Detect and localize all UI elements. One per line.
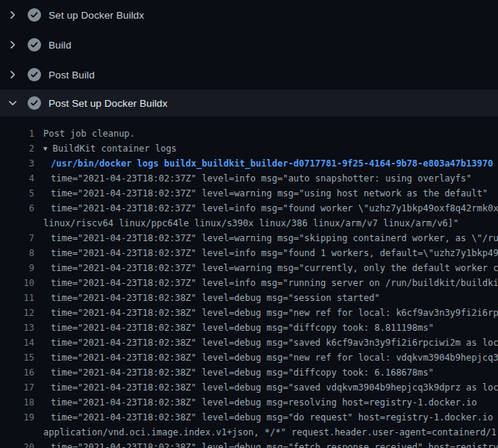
log-line-number[interactable]: 3 <box>0 156 34 171</box>
log-line-text: application/vnd.oci.image.index.v1+json,… <box>43 425 498 440</box>
chevron-right-icon[interactable] <box>7 9 18 21</box>
log-line-text: time="2021-04-23T18:02:38Z" level=debug … <box>43 395 498 410</box>
log-line-number[interactable]: 20 <box>0 440 34 448</box>
log-line-number[interactable]: 12 <box>0 305 34 320</box>
log-group-toggle-icon[interactable]: ▼ <box>43 141 47 156</box>
log-line-text: time="2021-04-23T18:02:37Z" level=info m… <box>43 201 498 216</box>
log-line-number[interactable]: 6 <box>0 201 34 216</box>
log-line: application/vnd.oci.image.index.v1+json,… <box>0 425 498 440</box>
log-line: linux/riscv64 linux/ppc64le linux/s390x … <box>0 216 498 231</box>
log-line: 3/usr/bin/docker logs buildx_buildkit_bu… <box>0 156 498 171</box>
log-command-text: /usr/bin/docker logs buildx_buildkit_bui… <box>43 156 498 171</box>
log-line-text: Post job cleanup. <box>43 126 498 141</box>
log-line-text: time="2021-04-23T18:02:37Z" level=info m… <box>43 276 498 290</box>
status-check-icon <box>28 68 41 81</box>
log-line-number[interactable] <box>0 216 34 231</box>
log-line-text: time="2021-04-23T18:02:38Z" level=debug … <box>43 365 498 380</box>
log-line: 1Post job cleanup. <box>0 126 498 141</box>
log-line-number[interactable]: 11 <box>0 290 34 305</box>
step-row-set-up-docker-buildx[interactable]: Set up Docker Buildx <box>0 0 498 30</box>
log-line-number[interactable]: 8 <box>0 246 34 261</box>
log-line: 15time="2021-04-23T18:02:38Z" level=debu… <box>0 350 498 365</box>
log-line-number[interactable]: 2 <box>0 141 34 156</box>
chevron-right-icon[interactable] <box>7 69 18 81</box>
log-line: 14time="2021-04-23T18:02:38Z" level=debu… <box>0 335 498 350</box>
log-line: 5time="2021-04-23T18:02:37Z" level=warni… <box>0 186 498 201</box>
log-line-text: time="2021-04-23T18:02:38Z" level=debug … <box>43 335 498 350</box>
log-line: 13time="2021-04-23T18:02:38Z" level=debu… <box>0 320 498 335</box>
log-line-text: time="2021-04-23T18:02:38Z" level=debug … <box>43 440 498 448</box>
log-line-number[interactable]: 10 <box>0 276 34 290</box>
status-check-icon <box>28 38 41 52</box>
log-group-label[interactable]: BuildKit container logs <box>52 143 176 154</box>
log-line: 16time="2021-04-23T18:02:38Z" level=debu… <box>0 365 498 380</box>
log-line: 18time="2021-04-23T18:02:38Z" level=debu… <box>0 395 498 410</box>
log-line: 4time="2021-04-23T18:02:37Z" level=info … <box>0 171 498 186</box>
log-line-text: time="2021-04-23T18:02:38Z" level=debug … <box>43 290 498 305</box>
log-line: 7time="2021-04-23T18:02:37Z" level=warni… <box>0 231 498 246</box>
log-panel: 1Post job cleanup.2▼BuildKit container l… <box>0 116 498 448</box>
log-line-number[interactable]: 4 <box>0 171 34 186</box>
log-line-text: time="2021-04-23T18:02:37Z" level=info m… <box>43 171 498 186</box>
log-line-number[interactable]: 14 <box>0 335 34 350</box>
log-line-number[interactable]: 9 <box>0 261 34 276</box>
log-line-number[interactable] <box>0 425 34 440</box>
log-line: 12time="2021-04-23T18:02:38Z" level=debu… <box>0 305 498 320</box>
log-line-text: time="2021-04-23T18:02:38Z" level=debug … <box>43 350 498 365</box>
log-line: 9time="2021-04-23T18:02:37Z" level=warni… <box>0 261 498 276</box>
step-label: Post Set up Docker Buildx <box>49 98 167 109</box>
step-row-build[interactable]: Build <box>0 30 498 60</box>
log-line-text: time="2021-04-23T18:02:38Z" level=debug … <box>43 380 498 395</box>
step-label: Post Build <box>49 69 95 81</box>
step-label: Build <box>49 40 72 51</box>
log-line-number[interactable]: 17 <box>0 380 34 395</box>
chevron-right-icon[interactable] <box>7 39 18 51</box>
log-line-text: time="2021-04-23T18:02:38Z" level=debug … <box>43 320 498 335</box>
log-line-number[interactable]: 5 <box>0 186 34 201</box>
log-line-number[interactable]: 1 <box>0 126 34 141</box>
step-row-post-set-up-docker-buildx[interactable]: Post Set up Docker Buildx <box>0 90 498 116</box>
log-line: 11time="2021-04-23T18:02:38Z" level=debu… <box>0 290 498 305</box>
step-label: Set up Docker Buildx <box>49 10 144 21</box>
log-line-number[interactable]: 18 <box>0 395 34 410</box>
log-line-text: time="2021-04-23T18:02:37Z" level=warnin… <box>43 186 498 201</box>
status-check-icon <box>28 8 41 22</box>
log-line-number[interactable]: 16 <box>0 365 34 380</box>
status-check-icon <box>28 96 41 110</box>
step-row-post-build[interactable]: Post Build <box>0 60 498 90</box>
log-line-text: time="2021-04-23T18:02:37Z" level=warnin… <box>43 231 498 246</box>
log-line: 17time="2021-04-23T18:02:38Z" level=debu… <box>0 380 498 395</box>
log-line-number[interactable]: 7 <box>0 231 34 246</box>
log-line: 20time="2021-04-23T18:02:38Z" level=debu… <box>0 440 498 448</box>
log-line-number[interactable]: 19 <box>0 410 34 425</box>
steps-list: Set up Docker BuildxBuildPost BuildPost … <box>0 0 498 116</box>
log-line: 2▼BuildKit container logs <box>0 141 498 156</box>
log-line-text: time="2021-04-23T18:02:37Z" level=warnin… <box>43 261 498 276</box>
log-line: 8time="2021-04-23T18:02:37Z" level=info … <box>0 246 498 261</box>
log-line-number[interactable]: 13 <box>0 320 34 335</box>
log-line-text: time="2021-04-23T18:02:37Z" level=info m… <box>43 246 498 261</box>
log-line: 10time="2021-04-23T18:02:37Z" level=info… <box>0 276 498 290</box>
actions-log-viewer: Set up Docker BuildxBuildPost BuildPost … <box>0 0 498 448</box>
log-line-text: time="2021-04-23T18:02:38Z" level=debug … <box>43 305 498 320</box>
log-line-text: linux/riscv64 linux/ppc64le linux/s390x … <box>43 216 498 231</box>
log-group-header[interactable]: ▼BuildKit container logs <box>43 141 498 156</box>
log-line: 19time="2021-04-23T18:02:38Z" level=debu… <box>0 410 498 425</box>
log-line: 6time="2021-04-23T18:02:37Z" level=info … <box>0 201 498 216</box>
log-line-number[interactable]: 15 <box>0 350 34 365</box>
log-line-text: time="2021-04-23T18:02:38Z" level=debug … <box>43 410 498 425</box>
chevron-down-icon[interactable] <box>7 97 18 109</box>
